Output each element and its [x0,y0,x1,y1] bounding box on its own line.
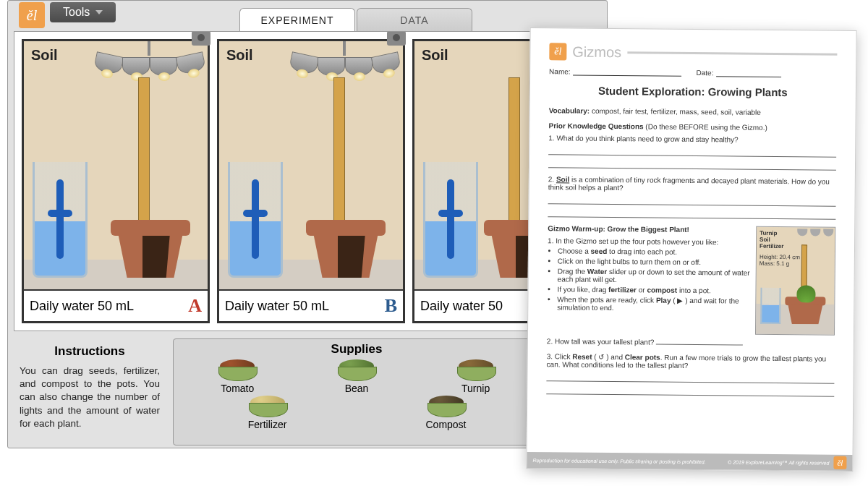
brand-logo-icon: ěl [833,456,846,469]
thumb-l3: Fertilizer [760,243,783,250]
tools-label: Tools [63,6,90,19]
pkq-note: (Do these BEFORE using the Gizmo.) [644,122,767,131]
worksheet-header: ěl Gizmos [549,43,837,62]
water-glass-c[interactable] [423,162,478,278]
thumb-l1: Turnip [760,230,777,236]
supply-compost-label: Compost [425,419,466,430]
pkq-heading: Prior Knowledge Questions [548,122,643,130]
footer-right: © 2019 ExploreLearning™ All rights reser… [728,459,829,465]
water-glass-a[interactable] [33,162,88,278]
pot-c-water: Daily water 50 [420,299,503,314]
supplies-panel: Supplies Tomato Bean Turnip Fert [173,338,540,446]
supply-fertilizer-label: Fertilizer [248,419,287,430]
brand-logo-icon: ěl [549,43,566,60]
lamp-icon[interactable] [93,51,124,75]
supply-bean-label: Bean [345,383,369,394]
dropper-icon[interactable] [252,179,259,259]
tab-experiment[interactable]: EXPERIMENT [239,8,355,31]
worksheet-thumbnail: Turnip Soil Fertilizer Height: 20.4 cm M… [755,226,835,336]
pot-a-label: Soil [31,47,58,64]
experiment-area: Soil Daily water 50 mL A Soil [14,31,601,331]
q2-term: Soil [556,175,569,183]
flowerpot-b[interactable] [306,220,386,278]
supply-tomato-label: Tomato [221,383,254,394]
q2-num: 2. [548,175,556,183]
brand-logo-icon: ěl [19,2,45,28]
lamp-icon[interactable] [150,57,177,76]
warmup-q2: 2. How tall was your tallest plant? [547,337,835,347]
pot-a-footer: Daily water 50 mL A [24,289,208,321]
bottom-tray: Instructions You can drag seeds, fertili… [14,338,601,446]
warmup-section: Turnip Soil Fertilizer Height: 20.4 cm M… [546,224,835,396]
date-label: Date: [697,69,714,77]
lamp-icon[interactable] [371,51,402,75]
supplies-heading: Supplies [178,342,535,357]
warmup-heading: Gizmo Warm-up: Grow the Biggest Plant! [548,224,689,234]
top-bar: ěl Tools EXPERIMENT DATA [8,1,607,31]
worksheet-page: ěl Gizmos Name: Date: Student Exploratio… [526,27,856,472]
thumb-l2: Soil [760,236,770,243]
answer-line [548,208,835,219]
tab-bar: EXPERIMENT DATA [239,8,474,31]
gizmo-app: ěl Tools EXPERIMENT DATA Soil [7,0,608,448]
instructions-panel: Instructions You can drag seeds, fertili… [14,338,166,446]
worksheet-title: Student Exploration: Growing Plants [549,84,837,98]
pot-b-label: Soil [226,47,253,64]
supply-turnip-label: Turnip [461,383,490,394]
answer-line [548,159,836,170]
pkq-q1: 1. What do you think plants need to grow… [548,134,836,144]
lamp-icon[interactable] [176,51,207,75]
pot-b-water: Daily water 50 mL [225,299,329,314]
vocab-label: Vocabulary: [549,106,590,114]
prior-knowledge-section: Prior Knowledge Questions (Do these BEFO… [548,122,836,219]
supply-bean[interactable]: Bean [333,358,380,394]
lamp-icon[interactable] [122,57,150,76]
answer-line [548,195,836,206]
answer-line [546,385,834,396]
lamp-icon[interactable] [289,51,320,75]
lamp-icon[interactable] [345,57,373,76]
vocabulary-section: Vocabulary: compost, fair test, fertiliz… [549,106,837,116]
supply-turnip[interactable]: Turnip [453,358,499,394]
pot-a-letter: A [188,295,202,317]
flowerpot-a[interactable] [111,220,190,278]
instructions-body: You can drag seeds, fertilizer, and comp… [20,364,160,430]
answer-line [548,146,836,157]
q2-rest: is a combination of tiny rock fragments … [548,176,830,192]
footer-left: Reproduction for educational use only. P… [532,458,705,464]
dropper-icon[interactable] [56,179,64,259]
pot-c-label: Soil [422,47,448,64]
pkq-q2: 2. Soil is a combination of tiny rock fr… [548,175,836,193]
pot-b-footer: Daily water 50 mL B [219,289,403,321]
lamp-icon[interactable] [318,57,345,76]
water-glass-b[interactable] [228,162,283,278]
worksheet-footer: Reproduction for educational use only. P… [527,452,852,471]
pot-b-letter: B [385,295,397,317]
warmup-q3: 3. Click Reset ( ↺ ) and Clear pots. Run… [547,352,835,370]
worksheet-name-line: Name: Date: [549,67,837,77]
pot-panel-b[interactable]: Soil Daily water 50 mL B [217,39,405,323]
pot-a-water: Daily water 50 mL [30,299,134,314]
pot-panel-a[interactable]: Soil Daily water 50 mL A [22,39,210,323]
tools-dropdown[interactable]: Tools [50,2,116,22]
thumb-mass: Mass: 5.1 g [760,260,832,268]
supply-fertilizer[interactable]: Fertilizer [244,394,291,430]
instructions-heading: Instructions [20,344,160,359]
vocab-text: compost, fair test, fertilizer, mass, se… [590,107,761,116]
tab-data[interactable]: DATA [357,8,472,31]
supply-compost[interactable]: Compost [423,394,469,430]
dropper-icon[interactable] [447,179,454,259]
supply-tomato[interactable]: Tomato [214,358,260,394]
worksheet-brand: Gizmos [572,43,621,61]
answer-line [546,372,834,383]
name-label: Name: [549,67,571,75]
